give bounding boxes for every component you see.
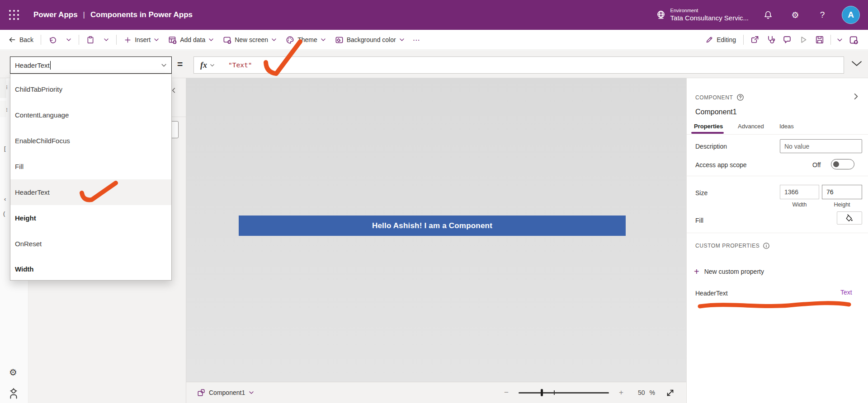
dropdown-item-contentlanguage[interactable]: ContentLanguage xyxy=(10,102,171,128)
panel-divider xyxy=(687,233,868,233)
dropdown-item-headertext[interactable]: HeaderText xyxy=(10,179,171,205)
environment-texts: Environment Tata Consultancy Servic... xyxy=(670,8,749,23)
help-circle-icon[interactable] xyxy=(736,94,744,101)
text-caret xyxy=(50,61,51,70)
tab-properties[interactable]: Properties xyxy=(694,123,723,130)
insert-label: Insert xyxy=(135,36,151,43)
custom-property-name: HeaderText xyxy=(695,290,728,297)
save-icon[interactable] xyxy=(811,33,828,47)
environment-picker[interactable]: Environment Tata Consultancy Servic... xyxy=(656,8,749,23)
paint-bucket-icon xyxy=(845,214,854,222)
height-input[interactable]: 76 xyxy=(822,185,862,199)
theme-label: Theme xyxy=(297,36,317,43)
formula-bar-expand-chevron[interactable] xyxy=(850,58,863,68)
description-placeholder: No value xyxy=(784,143,809,150)
editing-mode-button[interactable]: Editing xyxy=(701,33,741,47)
publish-icon[interactable] xyxy=(845,33,862,47)
fit-to-window-icon[interactable] xyxy=(666,389,675,397)
command-bar-right: Editing xyxy=(701,33,862,47)
tab-advanced[interactable]: Advanced xyxy=(738,123,764,130)
paste-split-chevron[interactable] xyxy=(99,33,113,47)
notifications-bell-icon[interactable] xyxy=(760,7,776,23)
divider xyxy=(743,35,744,45)
dropdown-item-enablechildfocus[interactable]: EnableChildFocus xyxy=(10,128,171,154)
waffle-menu-icon[interactable] xyxy=(6,7,22,23)
virtual-agent-icon[interactable] xyxy=(8,388,19,399)
product-name: Power Apps xyxy=(33,10,78,19)
save-split-chevron[interactable] xyxy=(834,33,845,47)
comments-icon[interactable] xyxy=(779,33,795,47)
rail-settings-gear-icon[interactable]: ⚙ xyxy=(9,367,17,378)
chevron-down-icon xyxy=(66,37,71,42)
back-button[interactable]: Back xyxy=(4,33,38,47)
chevron-down-icon[interactable] xyxy=(210,63,215,68)
tab-ideas[interactable]: Ideas xyxy=(779,123,794,130)
chevron-down-icon[interactable] xyxy=(161,62,167,68)
app-checker-stethoscope-icon[interactable] xyxy=(763,33,779,47)
chevron-down-icon xyxy=(104,37,109,42)
formula-text: "Text" xyxy=(228,61,252,69)
canvas-bottom-bar: Component1 − + 50 % xyxy=(186,382,686,403)
media-icon-fragment[interactable]: ‹ xyxy=(4,196,6,202)
background-color-label: Background color xyxy=(347,36,396,43)
zoom-in-button[interactable]: + xyxy=(614,388,628,397)
new-screen-menu[interactable]: New screen xyxy=(218,33,281,47)
fill-color-button[interactable] xyxy=(837,211,862,225)
chevron-down-icon xyxy=(321,37,326,42)
custom-properties-title: CUSTOM PROPERTIES xyxy=(695,242,770,249)
info-circle-icon[interactable] xyxy=(763,242,770,249)
new-custom-property-button[interactable]: + New custom property xyxy=(694,267,764,276)
access-app-scope-toggle[interactable] xyxy=(831,159,854,169)
dropdown-item-height[interactable]: Height xyxy=(10,205,171,231)
pencil-icon xyxy=(705,36,713,44)
background-color-menu[interactable]: Background color xyxy=(330,33,409,47)
undo-button[interactable] xyxy=(44,33,61,47)
theme-menu[interactable]: Theme xyxy=(281,33,330,47)
help-icon[interactable]: ? xyxy=(815,7,830,23)
back-arrow-icon xyxy=(8,36,16,44)
toolbar-overflow-button[interactable]: ⋯ xyxy=(409,36,424,44)
palette-icon xyxy=(286,36,294,44)
collapse-panel-chevron-right-icon[interactable] xyxy=(852,93,860,100)
zoom-slider[interactable] xyxy=(519,389,609,397)
chevron-down-icon xyxy=(249,390,254,395)
component-header-control[interactable]: Hello Ashish! I am a Component xyxy=(239,216,626,236)
dropdown-item-childtabpriority[interactable]: ChildTabPriority xyxy=(10,76,171,102)
new-screen-label: New screen xyxy=(235,36,268,43)
description-input[interactable]: No value xyxy=(780,139,862,153)
zoom-slider-track[interactable] xyxy=(519,392,609,394)
component-icon xyxy=(197,389,205,397)
undo-redo-split-chevron[interactable] xyxy=(61,33,76,47)
width-input[interactable]: 1366 xyxy=(780,185,819,199)
component-header-text: Hello Ashish! I am a Component xyxy=(372,221,492,230)
settings-gear-icon[interactable]: ⚙ xyxy=(788,7,803,23)
advanced-icon-fragment[interactable]: ( xyxy=(3,210,5,217)
zoom-slider-thumb[interactable] xyxy=(541,389,543,396)
divider xyxy=(79,35,79,45)
preview-play-icon[interactable] xyxy=(795,33,811,47)
formula-input[interactable]: fx "Text" xyxy=(193,56,844,74)
share-icon[interactable] xyxy=(746,33,763,47)
custom-property-type-link[interactable]: Text xyxy=(840,289,852,296)
design-canvas[interactable]: Hello Ashish! I am a Component xyxy=(186,78,686,382)
dropdown-item-width[interactable]: Width xyxy=(10,256,171,282)
insert-menu[interactable]: Insert xyxy=(119,33,164,47)
property-selector-combobox[interactable]: HeaderText xyxy=(10,56,172,74)
selected-component-name: Component1 xyxy=(695,108,737,116)
insert-icon-fragment[interactable]: ⁝ xyxy=(6,106,8,113)
zoom-out-button[interactable]: − xyxy=(500,388,513,397)
tree-view-icon-fragment[interactable]: ⁝ xyxy=(6,84,8,90)
screen-selector[interactable]: Component1 xyxy=(197,389,254,397)
environment-name: Tata Consultancy Servic... xyxy=(670,14,749,23)
rail-hover-highlight xyxy=(0,101,6,117)
add-data-menu[interactable]: Add data xyxy=(164,33,218,47)
user-avatar[interactable]: A xyxy=(842,6,860,24)
toggle-knob xyxy=(833,161,839,167)
dropdown-item-onreset[interactable]: OnReset xyxy=(10,231,171,257)
divider xyxy=(116,35,117,45)
data-icon-fragment[interactable]: [ xyxy=(4,145,6,152)
paste-button[interactable] xyxy=(82,33,99,47)
power-apps-studio: Power Apps | Components in Power Apps En… xyxy=(0,0,868,403)
plus-icon: + xyxy=(694,267,699,276)
dropdown-item-fill[interactable]: Fill xyxy=(10,154,171,179)
